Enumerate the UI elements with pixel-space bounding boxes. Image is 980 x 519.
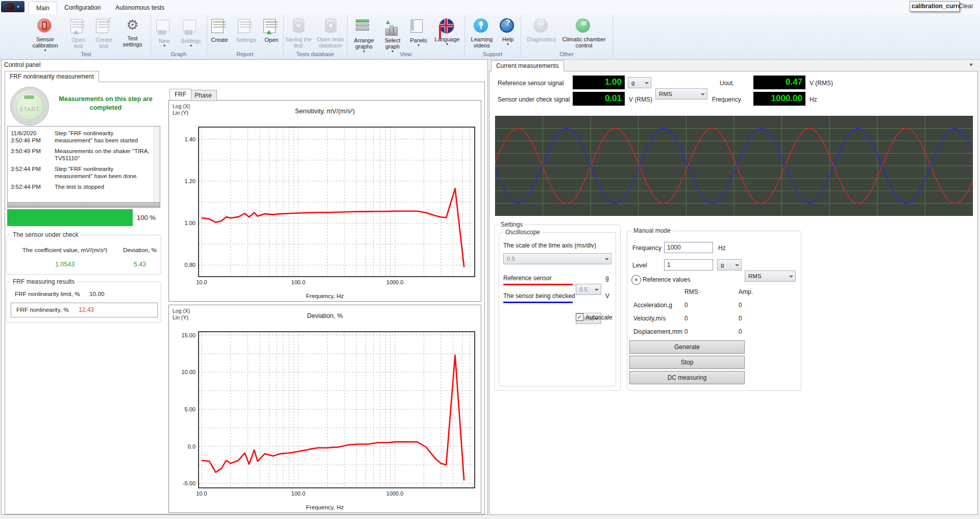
start-button-led xyxy=(24,95,34,99)
chevron-down-icon: ▾ xyxy=(17,5,19,9)
row-velocity-label: Velocity,m/s xyxy=(633,315,666,322)
language-button[interactable]: Language ▾ xyxy=(432,17,462,46)
tab-frf-nonlinearity-measurement[interactable]: FRF nonlinearity measurement xyxy=(5,71,99,82)
ribbon-group-test: Sensor calibration ▾ Open test Create te… xyxy=(21,15,151,58)
start-button-label: START xyxy=(11,106,48,112)
ribbon-group-label: Graph xyxy=(151,51,207,57)
reference-sensor-trace-color xyxy=(503,284,573,285)
dc-measuring-button[interactable]: DC measuring xyxy=(629,371,745,384)
svg-text:-5.00: -5.00 xyxy=(183,480,195,486)
learning-videos-button[interactable]: Learning videos xyxy=(467,17,497,49)
time-scale-select[interactable]: 0.5 xyxy=(503,253,611,264)
titlebar: ▾ Main Configuration Autonomous tests ca… xyxy=(0,0,980,14)
ribbon-group-label: Support xyxy=(464,51,521,57)
chevron-down-icon xyxy=(595,289,599,293)
coefficient-value: 1.0543 xyxy=(11,261,119,268)
svg-text:0.80: 0.80 xyxy=(185,262,195,268)
tab-autonomous-tests[interactable]: Autonomous tests xyxy=(108,2,172,14)
tab-current-measurements[interactable]: Current measurements xyxy=(491,60,564,71)
report-create-button[interactable]: Create xyxy=(208,17,231,43)
report-settings-button: Settings xyxy=(232,17,260,43)
manual-mode-group: Manual mode Frequency 1000 Hz Level 1 g … xyxy=(627,231,801,391)
panels-button[interactable]: Panels ▾ xyxy=(406,17,431,47)
select-graph-icon xyxy=(384,19,398,32)
sensor-under-check-signal-value: 0.01 xyxy=(573,92,625,106)
arrange-graphs-icon xyxy=(356,19,369,32)
tab-frf[interactable]: FRF xyxy=(169,89,191,100)
ribbon: Sensor calibration ▾ Open test Create te… xyxy=(0,14,980,60)
chevron-down-icon: ▾ xyxy=(178,44,204,47)
manual-level-label: Level xyxy=(632,262,647,269)
clear-button[interactable]: Clear xyxy=(959,3,973,10)
measurement-log: 11/6/20203:50:46 PM Step "FRF nonlineari… xyxy=(7,126,160,203)
sensor-calibration-button[interactable]: Sensor calibration ▾ xyxy=(25,17,66,53)
uout-unit: V (RMS) xyxy=(810,80,833,87)
row-velocity-amp: 0 xyxy=(739,315,742,322)
reference-unit-select[interactable]: g xyxy=(628,77,651,88)
ribbon-group-label: Test xyxy=(21,51,151,57)
reference-mode-select[interactable]: RMS xyxy=(655,88,707,100)
ribbon-group-other: Diagnostics Climatic chamber control Oth… xyxy=(521,15,613,58)
settings-group: Settings Oscilloscope The scale of the t… xyxy=(494,225,621,391)
ribbon-group-graph: New ▾ Settings ▾ Graph xyxy=(151,15,207,58)
manual-level-mode-select[interactable]: RMS xyxy=(745,270,796,282)
svg-text:15.00: 15.00 xyxy=(181,332,195,338)
tab-configuration[interactable]: Configuration xyxy=(57,2,108,14)
log-horizontal-scrollbar[interactable] xyxy=(7,202,160,208)
stop-button[interactable]: Stop xyxy=(629,356,745,369)
table-header-rms: RMS xyxy=(684,288,698,295)
chevron-down-icon: ▾ xyxy=(498,42,518,46)
climatic-chamber-control-button[interactable]: Climatic chamber control xyxy=(559,17,608,49)
frf-nonlinearity-label: FRF nonlinearity, % xyxy=(16,306,69,313)
report-settings-icon xyxy=(238,19,250,33)
svg-text:10.0: 10.0 xyxy=(196,279,207,285)
svg-text:10.0: 10.0 xyxy=(196,490,207,497)
generate-button[interactable]: Generate xyxy=(629,340,745,354)
reference-sensor-scale-select[interactable]: 0.5 xyxy=(576,284,601,295)
test-settings-button[interactable]: ⚙ Test settings xyxy=(118,17,148,48)
log-time: 3:50:49 PM xyxy=(11,147,53,162)
reference-values-expander[interactable]: ∧ xyxy=(631,275,641,285)
ribbon-group-label: View xyxy=(347,51,464,57)
help-button[interactable]: Help ▾ xyxy=(498,17,518,46)
control-panel-title: Control panel xyxy=(4,61,40,68)
arrange-graphs-button[interactable]: Arrange graphs ▾ xyxy=(349,17,379,54)
x-axis-label: Frequency, Hz xyxy=(169,293,481,299)
reference-sensor-signal-label: Reference sensor signal xyxy=(498,80,564,87)
x-axis-label: Frequency, Hz xyxy=(169,504,481,510)
deviation-plot: -5.000.05.0010.0015.0010.0100.01000.0 xyxy=(169,305,481,505)
progress-label: 100 % xyxy=(137,214,156,221)
frf-limit-label: FRF nonlinearity limit, % xyxy=(15,290,80,298)
svg-text:5.00: 5.00 xyxy=(185,406,195,412)
svg-text:1.20: 1.20 xyxy=(185,178,195,184)
manual-level-input[interactable]: 1 xyxy=(664,259,713,270)
row-acceleration-rms: 0 xyxy=(684,302,688,309)
autoscale-checkbox[interactable]: ✓ xyxy=(576,313,583,321)
ribbon-group-view: Arrange graphs ▾ Select graph ▾ Panels ▾… xyxy=(347,15,465,58)
tab-main[interactable]: Main xyxy=(29,2,57,14)
app-menu-button[interactable]: ▾ xyxy=(1,1,24,12)
ribbon-group-label: Report xyxy=(207,51,283,57)
report-open-button[interactable]: Open xyxy=(261,17,282,43)
sensor-calibration-icon xyxy=(37,18,52,33)
manual-frequency-input[interactable]: 1000 xyxy=(664,242,713,253)
tab-phase[interactable]: Phase xyxy=(189,90,217,101)
svg-text:1.40: 1.40 xyxy=(185,136,195,142)
log-vertical-scrollbar[interactable] xyxy=(154,127,160,202)
calibration-filename-input[interactable]: calibration_curre xyxy=(910,1,960,12)
reference-sensor-signal-value: 1.00 xyxy=(573,76,625,89)
collapse-panel-button[interactable]: ▼ xyxy=(969,62,973,67)
coefficient-label: The coefficient value, mV/(m/s²) xyxy=(11,246,119,254)
chevron-down-icon: ▾ xyxy=(432,42,462,46)
select-graph-button[interactable]: Select graph ▾ xyxy=(380,17,405,54)
open-test-icon xyxy=(70,19,83,33)
chevron-down-icon: ▾ xyxy=(153,44,176,47)
start-button[interactable]: START xyxy=(10,87,49,126)
manual-frequency-label: Frequency xyxy=(632,244,662,252)
reference-sensor-scale-unit: g xyxy=(605,275,609,282)
oscilloscope-display xyxy=(495,116,973,216)
log-time: 11/6/20203:50:46 PM xyxy=(11,130,53,144)
svg-text:1.00: 1.00 xyxy=(185,220,195,226)
chevron-down-icon xyxy=(789,276,793,280)
manual-level-unit-select[interactable]: g xyxy=(717,259,742,270)
